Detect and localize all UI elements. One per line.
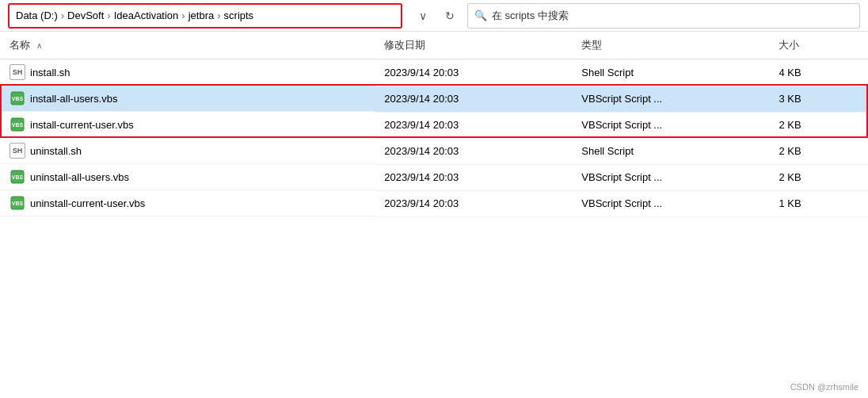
file-name: install.sh [30,67,70,78]
footer-credit: CSDN @zrhsmile [790,382,858,392]
col-header-size[interactable]: 大小 [769,32,868,59]
file-name-cell: VBS uninstall-current-user.vbs [0,190,375,216]
file-type: VBScript Script ... [572,190,769,216]
file-type: Shell Script [572,138,769,164]
breadcrumb-item-data[interactable]: Data (D:) [16,10,58,21]
svg-text:VBS: VBS [12,174,24,180]
addr-controls: ∨ ↻ [412,5,461,27]
file-table: 名称 ∧ 修改日期 类型 大小 SH install.sh 2023/9/14 … [0,32,868,217]
file-size: 2 KB [769,138,868,164]
svg-text:VBS: VBS [12,122,24,128]
breadcrumb-item-ideaactivation[interactable]: IdeaActivation [114,10,179,21]
breadcrumb-sep-3: › [181,10,185,21]
file-date: 2023/9/14 20:03 [375,59,572,86]
dropdown-button[interactable]: ∨ [412,5,434,27]
file-icon-vbs: VBS [10,169,25,185]
table-row[interactable]: SH install.sh 2023/9/14 20:03 Shell Scri… [0,59,868,86]
file-size: 2 KB [769,112,868,138]
file-name: uninstall-all-users.vbs [30,171,129,183]
table-row[interactable]: VBS install-all-users.vbs 2023/9/14 20:0… [0,86,868,112]
breadcrumb-item-devsoft[interactable]: DevSoft [67,10,104,21]
file-type: VBScript Script ... [572,86,769,112]
file-name-cell: VBS install-current-user.vbs [0,112,375,138]
file-name-cell: VBS install-all-users.vbs [0,86,375,112]
col-header-type[interactable]: 类型 [572,32,769,59]
file-date: 2023/9/14 20:03 [375,190,572,216]
file-date: 2023/9/14 20:03 [375,86,572,112]
file-name: install-all-users.vbs [30,93,118,105]
file-date: 2023/9/14 20:03 [375,138,572,164]
file-icon-vbs: VBS [10,117,25,132]
file-name-cell: SH uninstall.sh [0,138,375,164]
file-icon-vbs: VBS [10,195,25,211]
file-icon-vbs: VBS [10,90,25,106]
search-box[interactable]: 🔍 在 scripts 中搜索 [467,3,860,29]
svg-text:VBS: VBS [12,96,24,101]
file-size: 4 KB [769,59,868,86]
file-icon-sh: SH [10,64,25,80]
file-size: 2 KB [769,164,868,190]
file-date: 2023/9/14 20:03 [375,112,572,138]
breadcrumb-sep-4: › [217,10,220,21]
main-content: 名称 ∧ 修改日期 类型 大小 SH install.sh 2023/9/14 … [0,32,868,398]
file-name: install-current-user.vbs [30,119,134,131]
file-size: 3 KB [769,86,868,112]
search-icon: 🔍 [474,10,487,21]
breadcrumb-item-jetbra[interactable]: jetbra [188,10,215,21]
file-date: 2023/9/14 20:03 [375,164,572,190]
file-size: 1 KB [769,190,868,216]
address-bar: Data (D:) › DevSoft › IdeaActivation › j… [0,0,868,32]
table-row[interactable]: SH uninstall.sh 2023/9/14 20:03 Shell Sc… [0,138,868,164]
table-row[interactable]: VBS uninstall-all-users.vbs 2023/9/14 20… [0,164,868,190]
file-name: uninstall.sh [30,145,82,157]
breadcrumb-sep-2: › [107,10,110,21]
file-name: uninstall-current-user.vbs [30,197,145,209]
table-row[interactable]: VBS install-current-user.vbs 2023/9/14 2… [0,112,868,138]
breadcrumb[interactable]: Data (D:) › DevSoft › IdeaActivation › j… [8,3,402,29]
file-type: VBScript Script ... [572,112,769,138]
breadcrumb-item-scripts[interactable]: scripts [224,10,254,21]
file-name-cell: SH install.sh [0,59,375,86]
file-type: Shell Script [572,59,769,86]
file-type: VBScript Script ... [572,164,769,190]
breadcrumb-sep-1: › [61,10,64,21]
col-header-date[interactable]: 修改日期 [375,32,572,59]
file-icon-sh: SH [10,143,25,159]
table-row[interactable]: VBS uninstall-current-user.vbs 2023/9/14… [0,190,868,216]
svg-text:VBS: VBS [12,201,24,206]
refresh-button[interactable]: ↻ [439,5,461,27]
file-name-cell: VBS uninstall-all-users.vbs [0,164,375,190]
col-header-name[interactable]: 名称 ∧ [0,32,375,59]
sort-indicator: ∧ [36,41,42,50]
search-placeholder-text: 在 scripts 中搜索 [492,9,569,23]
